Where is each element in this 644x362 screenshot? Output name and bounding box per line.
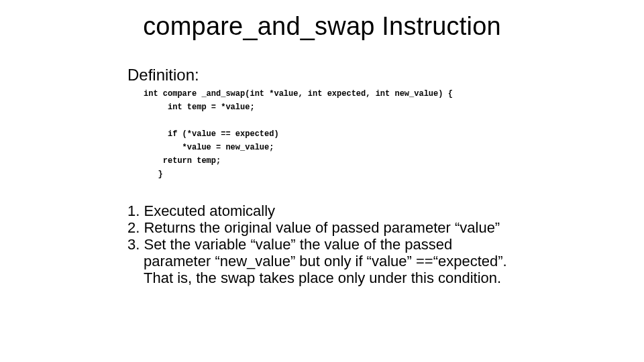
slide: compare_and_swap Instruction Definition:… bbox=[0, 0, 644, 362]
code-line: *value = new_value; bbox=[144, 143, 274, 152]
code-line: } bbox=[144, 170, 163, 179]
code-line: int temp = *value; bbox=[144, 103, 255, 112]
bullet-item: 1. Executed atomically bbox=[127, 202, 523, 219]
bullet-item: 3. Set the variable “value” the value of… bbox=[127, 236, 523, 286]
code-line: int compare _and_swap(int *value, int ex… bbox=[144, 89, 453, 99]
bullet-item: 2. Returns the original value of passed … bbox=[127, 219, 523, 236]
code-block: int compare _and_swap(int *value, int ex… bbox=[144, 87, 453, 181]
definition-label: Definition: bbox=[127, 66, 199, 84]
code-line: if (*value == expected) bbox=[144, 129, 279, 139]
slide-title: compare_and_swap Instruction bbox=[0, 12, 644, 41]
bullet-list: 1. Executed atomically 2. Returns the or… bbox=[127, 202, 523, 286]
code-line: return temp; bbox=[144, 156, 221, 166]
